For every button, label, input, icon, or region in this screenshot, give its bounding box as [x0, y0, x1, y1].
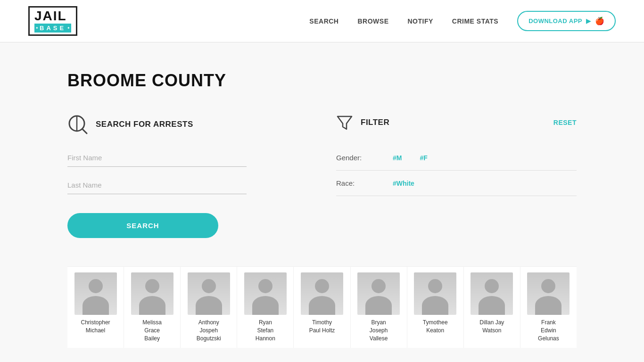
reset-filter-button[interactable]: RESET [553, 119, 577, 126]
mugshot-photo [244, 272, 287, 315]
county-title: BROOME COUNTY [67, 71, 577, 90]
search-button[interactable]: SEARCH [67, 213, 218, 238]
filter-section: FILTER RESET Gender: #M #F Race: #White [336, 114, 577, 196]
gender-filter-row: Gender: #M #F [336, 145, 577, 171]
person-name: RyanStefanHannon [256, 319, 275, 342]
list-item[interactable]: BryanJosephVallese [351, 267, 407, 348]
svg-line-2 [83, 129, 87, 133]
download-app-label: DOWNLOAD APP [528, 17, 582, 25]
filter-section-label: FILTER [361, 118, 389, 127]
logo-base-row: ✦ BASE ✦ [34, 24, 71, 33]
search-icon [67, 114, 88, 135]
play-icon: ▶ [586, 17, 591, 25]
list-item[interactable]: AnthonyJospehBogutzski [181, 267, 237, 348]
nav-notify[interactable]: NOTIFY [407, 17, 433, 25]
person-name: FrankEdwinGelunas [538, 319, 559, 342]
person-name: TimothyPaul Holtz [309, 319, 335, 335]
people-cards-row: ChristopherMichael MelissaGraceBailey An… [67, 266, 577, 348]
list-item[interactable]: TimothyPaul Holtz [294, 267, 350, 348]
gender-label: Gender: [336, 154, 379, 162]
list-item[interactable]: TymotheeKeaton [407, 267, 464, 348]
logo[interactable]: JAIL ✦ BASE ✦ [28, 6, 77, 36]
person-name: BryanJosephVallese [370, 319, 388, 342]
first-name-input[interactable] [67, 149, 247, 167]
list-item[interactable]: MelissaGraceBailey [124, 267, 181, 348]
list-item[interactable]: Dillan JayWatson [464, 267, 520, 348]
nav-search[interactable]: SEARCH [309, 17, 339, 25]
mugshot-photo [301, 272, 343, 315]
main-content: BROOME COUNTY SEARCH FOR ARRESTS [49, 42, 595, 348]
nav-crime-stats[interactable]: CRIME STATS [452, 17, 498, 25]
filter-tag-male[interactable]: #M [393, 154, 402, 162]
download-app-button[interactable]: DOWNLOAD APP ▶ 🍎 [517, 11, 616, 31]
race-filter-row: Race: #White [336, 171, 577, 196]
nav-browse[interactable]: BROWSE [357, 17, 388, 25]
filter-header: FILTER RESET [336, 114, 577, 131]
main-nav: SEARCH BROWSE NOTIFY CRIME STATS DOWNLOA… [309, 11, 616, 31]
logo-star-right: ✦ [67, 26, 70, 30]
person-name: Dillan JayWatson [479, 319, 504, 335]
mugshot-photo [527, 272, 570, 315]
mugshot-photo [74, 272, 117, 315]
last-name-input[interactable] [67, 176, 247, 194]
logo-jail-text: JAIL [34, 9, 71, 23]
mugshot-photo [188, 272, 230, 315]
search-section-header: SEARCH FOR ARRESTS [67, 114, 308, 135]
mugshot-photo [131, 272, 173, 315]
mugshot-photo [471, 272, 513, 315]
mugshot-photo [414, 272, 456, 315]
svg-marker-3 [338, 116, 352, 129]
header: JAIL ✦ BASE ✦ SEARCH BROWSE NOTIFY CRIME… [0, 0, 644, 42]
filter-tag-female[interactable]: #F [420, 154, 427, 162]
search-svg-icon [67, 114, 88, 135]
race-label: Race: [336, 179, 379, 187]
list-item[interactable]: RyanStefanHannon [237, 267, 294, 348]
person-name: AnthonyJospehBogutzski [197, 319, 221, 342]
filter-icon [336, 114, 353, 131]
apple-icon: 🍎 [595, 16, 605, 25]
list-item[interactable]: ChristopherMichael [67, 267, 124, 348]
filter-title-group: FILTER [336, 114, 389, 131]
filter-tag-white[interactable]: #White [393, 180, 414, 187]
logo-star-left: ✦ [35, 26, 39, 30]
person-name: MelissaGraceBailey [142, 319, 162, 342]
search-filter-row: SEARCH FOR ARRESTS SEARCH FILTER RESET [67, 114, 577, 238]
search-section: SEARCH FOR ARRESTS SEARCH [67, 114, 308, 238]
list-item[interactable]: FrankEdwinGelunas [520, 267, 577, 348]
logo-box: JAIL ✦ BASE ✦ [28, 6, 77, 36]
person-name: TymotheeKeaton [423, 319, 448, 335]
logo-base-text: BASE [40, 25, 66, 32]
search-section-label: SEARCH FOR ARRESTS [96, 120, 193, 129]
mugshot-photo [357, 272, 400, 315]
person-name: ChristopherMichael [81, 319, 110, 335]
